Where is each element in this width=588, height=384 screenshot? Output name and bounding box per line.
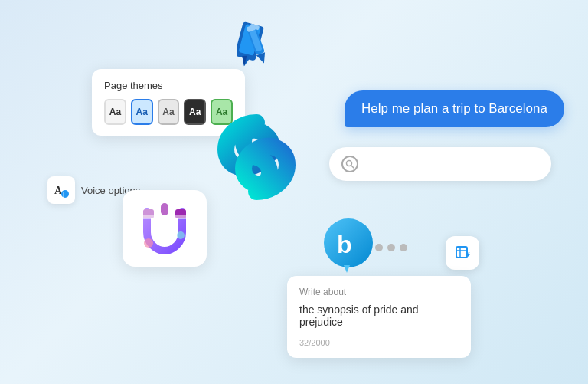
write-about-input[interactable]: the synopsis of pride and prejudice bbox=[299, 304, 459, 333]
theme-btn-gray[interactable]: Aa bbox=[158, 99, 180, 125]
svg-text:b: b bbox=[337, 231, 352, 258]
edit-icon bbox=[454, 245, 471, 261]
theme-btn-blue[interactable]: Aa bbox=[131, 99, 153, 125]
write-about-counter: 32/2000 bbox=[299, 338, 459, 347]
voice-icon-box: A | bbox=[47, 176, 75, 204]
svg-rect-18 bbox=[161, 203, 168, 215]
theme-btn-white[interactable]: Aa bbox=[104, 99, 126, 125]
font-a-icon: A | bbox=[53, 182, 70, 199]
dot-3 bbox=[400, 244, 407, 251]
edit-icon-box[interactable] bbox=[446, 236, 479, 270]
purple-app-card bbox=[122, 190, 207, 267]
barcelona-message-text: Help me plan a trip to Barcelona bbox=[361, 101, 547, 116]
page-themes-title: Page themes bbox=[104, 80, 233, 91]
loading-dots bbox=[375, 244, 407, 251]
dot-1 bbox=[375, 244, 383, 251]
svg-point-17 bbox=[177, 231, 185, 239]
svg-line-20 bbox=[351, 166, 354, 169]
barcelona-message-bubble: Help me plan a trip to Barcelona bbox=[345, 90, 564, 127]
copilot-logo bbox=[207, 107, 306, 207]
magnet-icon bbox=[139, 203, 190, 254]
svg-rect-24 bbox=[456, 247, 467, 258]
svg-line-27 bbox=[469, 252, 469, 253]
svg-rect-15 bbox=[175, 215, 186, 219]
write-about-label: Write about bbox=[299, 287, 459, 297]
search-icon bbox=[341, 156, 358, 172]
theme-btn-dark[interactable]: Aa bbox=[184, 99, 206, 125]
dot-2 bbox=[387, 244, 395, 251]
search-bar[interactable] bbox=[329, 147, 551, 181]
write-about-card: Write about the synopsis of pride and pr… bbox=[287, 276, 471, 358]
pencil-icon bbox=[237, 21, 277, 67]
svg-rect-14 bbox=[143, 215, 154, 219]
svg-point-16 bbox=[144, 238, 153, 248]
svg-text:|: | bbox=[63, 192, 64, 198]
bing-bubble: b bbox=[318, 215, 379, 276]
svg-marker-22 bbox=[344, 265, 350, 273]
